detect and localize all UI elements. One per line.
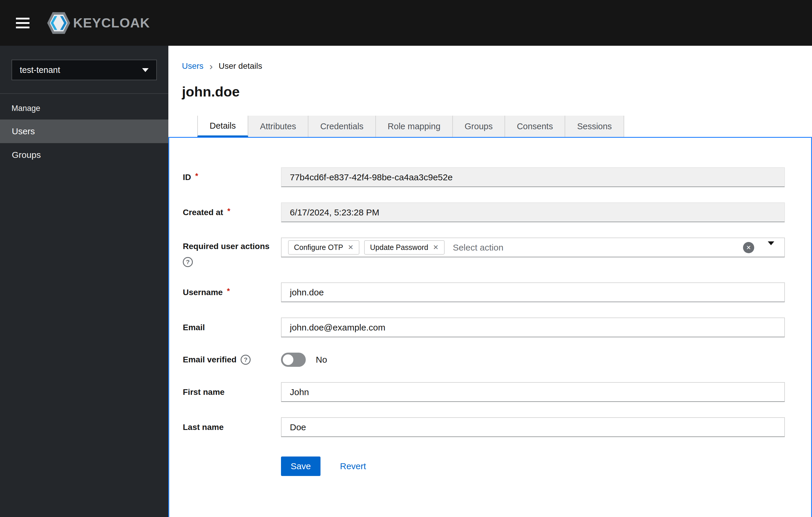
revert-button[interactable]: Revert [340,461,366,471]
chevron-down-icon[interactable] [766,244,776,251]
field-label-last-name: Last name [183,423,281,432]
user-details-form: ID * Created at * [183,167,785,476]
chip-configure-otp: Configure OTP ✕ [288,240,359,255]
realm-name: test-tenant [20,65,60,75]
breadcrumb-users-link[interactable]: Users [182,61,203,71]
field-label-created-at: Created at * [183,208,281,217]
menu-icon[interactable] [12,14,33,32]
tabs: Details Attributes Credentials Role mapp… [197,116,812,137]
save-button[interactable]: Save [281,457,320,476]
field-label-username: Username * [183,288,281,297]
remove-chip-icon[interactable]: ✕ [348,244,353,251]
page-title: john.doe [182,83,812,100]
field-label-email: Email [183,323,281,332]
form-row-first-name: First name [183,382,785,402]
form-row-actions: Save Revert [183,457,785,476]
chip-update-password: Update Password ✕ [364,240,445,255]
sidebar-item-groups[interactable]: Groups [0,143,168,167]
form-row-id: ID * [183,167,785,187]
help-icon[interactable]: ? [183,257,193,267]
keycloak-logo: KEYCLOAK [47,10,150,36]
field-label-email-verified: Email verified ? [183,355,281,365]
select-controls: ✕ [743,242,778,253]
clear-selection-icon[interactable]: ✕ [743,242,754,253]
username-input[interactable] [281,282,785,302]
required-indicator: * [195,171,198,181]
help-icon[interactable]: ? [240,355,251,365]
masthead: KEYCLOAK [0,0,812,46]
remove-chip-icon[interactable]: ✕ [433,244,438,251]
tab-attributes[interactable]: Attributes [248,116,309,137]
brand-wordmark: KEYCLOAK [73,15,150,31]
realm-selector[interactable]: test-tenant [11,60,157,80]
breadcrumb-current: User details [219,61,262,71]
toggle-knob [283,354,293,365]
chevron-right-icon: › [209,61,212,71]
sidebar: test-tenant Manage Users Groups [0,46,168,517]
created-at-input[interactable] [281,202,785,222]
tab-credentials[interactable]: Credentials [309,116,376,137]
realm-selector-section: test-tenant [0,46,168,94]
field-label-first-name: First name [183,387,281,397]
content-header: Users › User details john.doe Details At… [168,46,812,137]
tab-groups[interactable]: Groups [453,116,505,137]
form-row-email-verified: Email verified ? No [183,353,785,367]
form-row-email: Email [183,318,785,337]
field-label-required-user-actions: Required user actions ? [183,238,281,267]
chevron-down-icon [142,68,149,72]
sidebar-item-users[interactable]: Users [0,119,168,143]
required-indicator: * [227,287,230,296]
form-row-username: Username * [183,282,785,302]
keycloak-logo-icon [47,10,71,36]
form-row-last-name: Last name [183,417,785,437]
email-verified-toggle[interactable] [281,353,306,367]
email-verified-state: No [316,355,327,365]
email-input[interactable] [281,318,785,337]
breadcrumb: Users › User details [182,61,812,71]
required-actions-select[interactable]: Configure OTP ✕ Update Password ✕ Select… [281,238,785,257]
first-name-input[interactable] [281,382,785,402]
sidebar-nav: Users Groups [0,119,168,167]
tab-details[interactable]: Details [197,116,248,137]
field-label-id: ID * [183,173,281,182]
form-row-created-at: Created at * [183,202,785,222]
details-panel: ID * Created at * [168,137,812,517]
form-actions: Save Revert [281,457,785,476]
main-content: Users › User details john.doe Details At… [168,46,812,517]
required-indicator: * [227,207,230,216]
tab-sessions[interactable]: Sessions [565,116,624,137]
form-row-required-user-actions: Required user actions ? Configure OTP ✕ … [183,238,785,267]
tab-role-mapping[interactable]: Role mapping [376,116,453,137]
tab-consents[interactable]: Consents [505,116,566,137]
nav-section-manage: Manage [0,94,168,119]
select-placeholder: Select action [453,243,738,253]
id-input[interactable] [281,167,785,187]
last-name-input[interactable] [281,417,785,437]
